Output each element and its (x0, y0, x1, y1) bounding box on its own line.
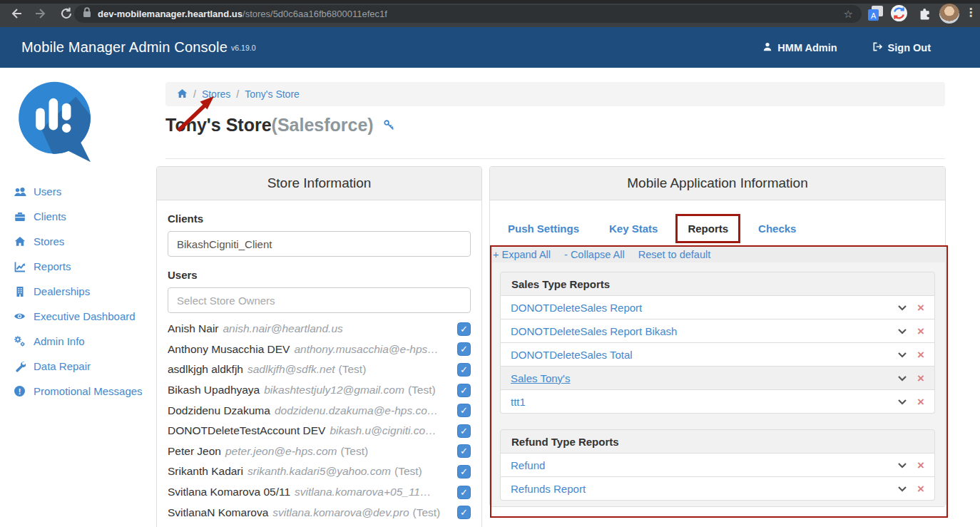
sidebar-nav: Users Clients Stores Reports Dealerships… (0, 179, 155, 404)
extensions-puzzle-icon[interactable] (917, 6, 933, 24)
user-email: sadlkjfh@sdfk.net (247, 363, 335, 376)
header-right: HMM Admin Sign Out (762, 41, 980, 54)
url-domain: dev-mobilemanager.heartland.us (98, 9, 243, 19)
breadcrumb-current-store[interactable]: Tony's Store (245, 88, 300, 100)
clients-input[interactable] (168, 231, 471, 257)
browser-profile-avatar[interactable] (939, 4, 959, 24)
user-email: bikashtestjuly12@gmail.com (264, 384, 404, 396)
report-link[interactable]: DONOTDeleteSales Report Bikash (511, 325, 677, 337)
sidebar-item-stores[interactable]: Stores (0, 229, 155, 254)
remove-report-icon[interactable]: × (917, 325, 924, 337)
sidebar-item-reports[interactable]: Reports (0, 254, 155, 279)
tab-bar: Push Settings Key Stats Reports Checks (490, 200, 945, 246)
user-checkbox[interactable]: ✓ (457, 322, 471, 336)
reload-icon[interactable] (60, 7, 73, 20)
sign-out-button[interactable]: Sign Out (872, 41, 931, 54)
user-checkbox[interactable]: ✓ (457, 342, 471, 356)
url-path: /stores/5d0c6aa16fb6800011efec1f (243, 9, 387, 19)
report-row: DONOTDeleteSales Report × (500, 296, 935, 319)
wrench-icon (13, 361, 26, 372)
forward-icon[interactable] (34, 7, 47, 20)
sidebar-item-promotional-messages[interactable]: ! Promotional Messages (0, 379, 155, 404)
breadcrumb-separator: / (230, 88, 245, 100)
user-suffix: (Test) (408, 384, 436, 396)
browser-menu-icon[interactable]: ⋮ (965, 6, 976, 19)
user-name: Srikanth Kadari (168, 465, 243, 478)
remove-report-icon[interactable]: × (917, 349, 924, 361)
user-suffix: (Test) (413, 506, 441, 519)
user-name: asdlkjgh aldkfjh (168, 363, 243, 376)
user-checkbox[interactable]: ✓ (457, 384, 471, 397)
remove-report-icon[interactable]: × (917, 396, 924, 408)
sidebar-item-executive-dashboard[interactable]: Executive Dashboard (0, 304, 155, 329)
bookmark-star-icon[interactable]: ☆ (844, 8, 853, 21)
report-link[interactable]: DONOTDeleteSales Total (511, 349, 633, 361)
remove-report-icon[interactable]: × (917, 459, 924, 471)
report-row: Refund × (500, 454, 935, 477)
sync-extension-icon[interactable] (890, 4, 908, 25)
address-bar[interactable]: dev-mobilemanager.heartland.us/stores/5d… (74, 5, 862, 23)
chevron-down-icon[interactable] (897, 399, 907, 405)
user-checkbox[interactable]: ✓ (457, 404, 471, 417)
user-name: Anish Nair (168, 322, 219, 335)
report-link[interactable]: ttt1 (511, 396, 526, 408)
user-checkbox[interactable]: ✓ (457, 424, 471, 438)
store-information-body: Clients Users Anish Nairanish.nair@heart… (157, 200, 481, 527)
page-subtitle: (Salesforce) (272, 115, 374, 135)
user-email: svitlana.komarova@dev.pro (272, 506, 409, 519)
key-icon[interactable] (383, 119, 395, 134)
user-checkbox[interactable]: ✓ (457, 444, 471, 458)
chevron-down-icon[interactable] (897, 352, 907, 358)
sales-type-reports-section: Sales Type Reports DONOTDeleteSales Repo… (500, 272, 935, 414)
chevron-down-icon[interactable] (897, 462, 907, 469)
app-title: Mobile Manager Admin Console (21, 39, 228, 56)
chevron-down-icon[interactable] (897, 486, 907, 492)
user-checkbox[interactable]: ✓ (457, 465, 471, 479)
tab-push-settings[interactable]: Push Settings (497, 217, 590, 240)
user-checkbox[interactable]: ✓ (457, 486, 471, 499)
sign-out-icon (872, 41, 883, 54)
user-email: anish.nair@heartland.us (223, 322, 343, 335)
store-owners-input[interactable] (168, 287, 471, 313)
report-link[interactable]: DONOTDeleteSales Report (511, 302, 642, 314)
sidebar-item-dealerships[interactable]: Dealerships (0, 279, 155, 304)
chevron-down-icon[interactable] (897, 305, 907, 311)
report-link[interactable]: Refund (511, 459, 545, 471)
collapse-all-link[interactable]: - Collapse All (564, 249, 625, 260)
back-icon[interactable] (10, 7, 23, 20)
user-row: Dodzidenu Dzakumadodzidenu.dzakuma@e-hps… (168, 400, 471, 421)
user-checkbox[interactable]: ✓ (457, 363, 471, 377)
sidebar-item-users[interactable]: Users (0, 179, 155, 204)
chevron-down-icon[interactable] (897, 375, 907, 382)
sidebar-item-label: Executive Dashboard (34, 310, 136, 322)
remove-report-icon[interactable]: × (917, 483, 924, 495)
sidebar-item-label: Promotional Messages (34, 385, 143, 397)
breadcrumb-stores[interactable]: Stores (202, 88, 230, 100)
user-checkbox[interactable]: ✓ (457, 506, 471, 519)
sidebar-item-admin-info[interactable]: Admin Info (0, 329, 155, 354)
report-row: Sales Tony's × (500, 367, 935, 390)
expand-all-link[interactable]: + Expand All (493, 249, 551, 260)
app-version: v6.19.0 (231, 44, 255, 52)
sidebar-item-clients[interactable]: Clients (0, 204, 155, 229)
reports-toolbar: + Expand All - Collapse All Reset to def… (490, 246, 945, 262)
remove-report-icon[interactable]: × (917, 302, 924, 314)
tab-key-stats[interactable]: Key Stats (598, 217, 668, 240)
report-link[interactable]: Sales Tony's (511, 372, 570, 384)
section-title: Refund Type Reports (500, 429, 935, 454)
chevron-down-icon[interactable] (897, 328, 907, 334)
sidebar-item-label: Users (34, 185, 61, 198)
reports-tab-content: + Expand All - Collapse All Reset to def… (490, 246, 945, 506)
building-icon (13, 286, 26, 297)
reset-to-default-link[interactable]: Reset to default (638, 249, 711, 260)
remove-report-icon[interactable]: × (917, 372, 924, 384)
eye-icon (13, 312, 26, 321)
user-menu[interactable]: HMM Admin (762, 41, 837, 54)
breadcrumb-home-icon[interactable] (177, 88, 188, 101)
sidebar-item-data-repair[interactable]: Data Repair (0, 354, 155, 379)
tab-checks[interactable]: Checks (747, 217, 807, 240)
section-title: Sales Type Reports (500, 272, 935, 296)
translate-extension-icon[interactable]: A (867, 5, 884, 24)
report-link[interactable]: Refunds Report (511, 483, 586, 495)
tab-reports[interactable]: Reports (677, 217, 739, 240)
